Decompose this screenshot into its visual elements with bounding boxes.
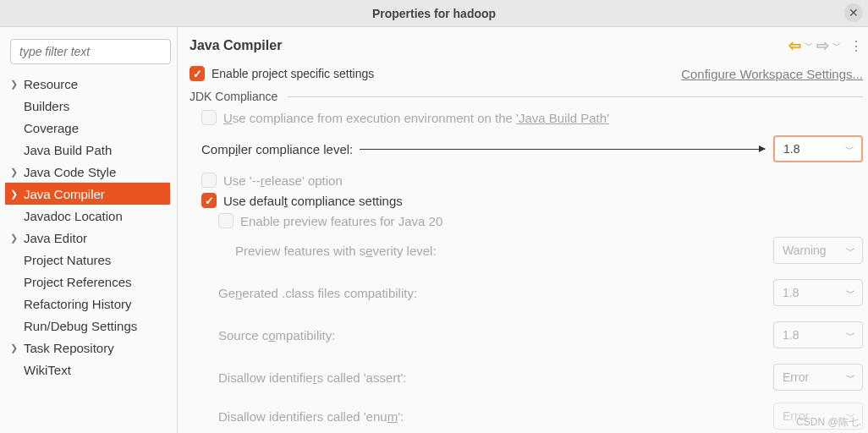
generated-class-select: 1.8 ﹀: [773, 279, 863, 306]
sidebar-item-label: WikiText: [24, 363, 71, 377]
compliance-level-label: Compiler compliance level:: [201, 142, 353, 156]
nav-forward-menu-icon[interactable]: ﹀: [832, 40, 841, 52]
disallow-assert-label: Disallow identifiers called 'assert':: [218, 370, 773, 385]
chevron-down-icon: ﹀: [846, 244, 855, 257]
chevron-down-icon: ﹀: [845, 143, 854, 156]
configure-workspace-link[interactable]: Configure Workspace Settings...: [681, 67, 863, 81]
sidebar-item-java-code-style[interactable]: ❯Java Code Style: [5, 161, 170, 183]
window-title: Properties for hadoop: [372, 7, 496, 20]
sidebar-item-label: Java Compiler: [24, 187, 105, 201]
sidebar-item-label: Java Build Path: [24, 143, 112, 157]
nav-back-icon[interactable]: ⇦: [788, 36, 801, 55]
main-panel: Java Compiler ⇦ ﹀ ⇨ ﹀ ⋮ Enable project s…: [178, 27, 868, 433]
sidebar-item-wikitext[interactable]: ❯WikiText: [5, 359, 170, 381]
chevron-down-icon: ﹀: [846, 329, 855, 342]
use-execution-env-label: Use compliance from execution environmen…: [223, 111, 609, 125]
view-menu-icon[interactable]: ⋮: [849, 38, 863, 54]
sidebar-item-label: Java Code Style: [24, 165, 116, 179]
window-titlebar: Properties for hadoop ✕: [0, 0, 868, 27]
nav-icons: ⇦ ﹀ ⇨ ﹀ ⋮: [788, 36, 863, 55]
close-button[interactable]: ✕: [844, 3, 863, 22]
use-release-label: Use '--release' option: [223, 173, 343, 188]
page-title: Java Compiler: [190, 38, 788, 53]
use-release-checkbox: [201, 173, 217, 188]
source-compat-select: 1.8 ﹀: [773, 321, 863, 348]
enable-project-specific-label: Enable project specific settings: [212, 67, 374, 80]
filter-wrap: [10, 39, 171, 64]
use-execution-env-checkbox: [201, 110, 217, 125]
watermark: CSDN @陈七.: [796, 415, 861, 430]
chevron-right-icon: ❯: [10, 189, 24, 200]
sidebar: ❯Resource❯Builders❯Coverage❯Java Build P…: [0, 27, 178, 433]
sidebar-item-run-debug-settings[interactable]: ❯Run/Debug Settings: [5, 315, 170, 337]
chevron-right-icon: ❯: [10, 343, 24, 354]
sidebar-item-label: Project Natures: [24, 253, 111, 267]
source-compat-label: Source compatibility:: [218, 328, 773, 343]
sidebar-item-label: Coverage: [24, 121, 79, 135]
sidebar-item-label: Javadoc Location: [24, 209, 123, 223]
chevron-right-icon: ❯: [10, 79, 24, 90]
sidebar-item-resource[interactable]: ❯Resource: [5, 73, 170, 95]
sidebar-item-label: Builders: [24, 99, 69, 113]
use-default-compliance-label: Use default compliance settings: [223, 194, 403, 208]
chevron-down-icon: ﹀: [846, 371, 855, 384]
sidebar-item-project-references[interactable]: ❯Project References: [5, 271, 170, 293]
group-divider: [288, 96, 863, 97]
jdk-compliance-group-title: JDK Compliance: [190, 90, 283, 103]
preview-severity-label: Preview features with severity level:: [235, 244, 773, 258]
chevron-right-icon: ❯: [10, 167, 24, 178]
sidebar-item-label: Java Editor: [24, 231, 87, 245]
sidebar-item-builders[interactable]: ❯Builders: [5, 95, 170, 117]
annotation-arrow: [360, 149, 765, 150]
sidebar-item-task-repository[interactable]: ❯Task Repository: [5, 337, 170, 359]
nav-back-menu-icon[interactable]: ﹀: [805, 40, 813, 52]
sidebar-item-javadoc-location[interactable]: ❯Javadoc Location: [5, 205, 170, 227]
enable-preview-label: Enable preview features for Java 20: [240, 214, 442, 228]
sidebar-item-project-natures[interactable]: ❯Project Natures: [5, 249, 170, 271]
compliance-level-select[interactable]: 1.8 ﹀: [773, 135, 863, 162]
sidebar-item-refactoring-history[interactable]: ❯Refactoring History: [5, 293, 170, 315]
sidebar-item-label: Project References: [24, 275, 132, 289]
nav-forward-icon[interactable]: ⇨: [816, 36, 829, 55]
sidebar-item-label: Task Repository: [24, 341, 114, 355]
sidebar-item-label: Resource: [24, 77, 78, 91]
disallow-enum-label: Disallow identifiers called 'enum':: [218, 409, 773, 424]
sidebar-item-coverage[interactable]: ❯Coverage: [5, 117, 170, 139]
preview-severity-select: Warning ﹀: [773, 237, 863, 264]
sidebar-item-java-editor[interactable]: ❯Java Editor: [5, 227, 170, 249]
sidebar-item-label: Run/Debug Settings: [24, 319, 137, 333]
close-icon: ✕: [849, 6, 859, 19]
generated-class-label: Generated .class files compatibility:: [218, 286, 773, 300]
enable-project-specific-checkbox[interactable]: [190, 66, 205, 81]
settings-tree: ❯Resource❯Builders❯Coverage❯Java Build P…: [5, 73, 170, 381]
chevron-down-icon: ﹀: [846, 287, 855, 299]
sidebar-item-label: Refactoring History: [24, 297, 132, 311]
use-default-compliance-checkbox[interactable]: [201, 193, 217, 208]
chevron-right-icon: ❯: [10, 233, 24, 244]
enable-preview-checkbox: [218, 213, 233, 228]
sidebar-item-java-build-path[interactable]: ❯Java Build Path: [5, 139, 170, 161]
filter-input[interactable]: [10, 39, 171, 64]
sidebar-item-java-compiler[interactable]: ❯Java Compiler: [5, 183, 170, 205]
disallow-assert-select: Error ﹀: [773, 364, 863, 391]
